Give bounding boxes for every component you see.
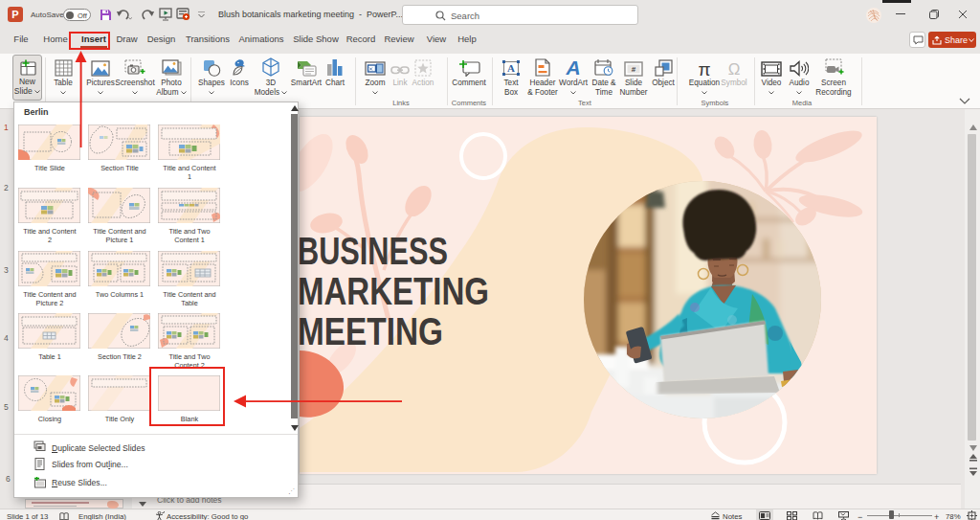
svg-text:A: A (507, 62, 515, 74)
svg-text:MEETING: MEETING (300, 310, 443, 352)
svg-text:A: A (565, 57, 580, 77)
svg-text:MARKETING: MARKETING (300, 270, 489, 312)
svg-text:P: P (11, 9, 18, 20)
svg-text:#: # (632, 65, 636, 74)
svg-text:π: π (698, 61, 710, 77)
svg-text:Ω: Ω (728, 60, 741, 77)
svg-text:BUSINESS: BUSINESS (300, 230, 448, 272)
